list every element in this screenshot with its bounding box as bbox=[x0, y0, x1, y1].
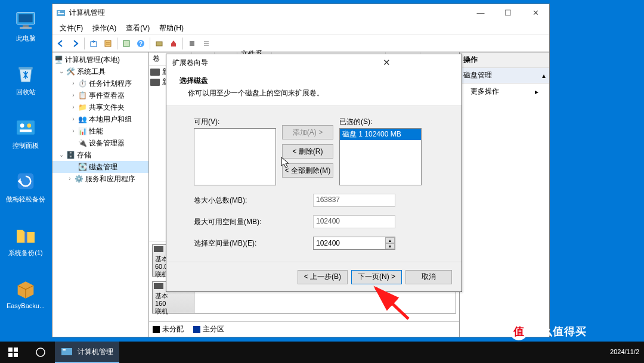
svg-rect-29 bbox=[8, 348, 13, 352]
select-size-label: 选择空间量(MB)(E): bbox=[194, 238, 313, 249]
pc-icon bbox=[14, 8, 38, 32]
menu-help[interactable]: 帮助(H) bbox=[154, 22, 188, 35]
expander-icon[interactable]: ⌄ bbox=[57, 66, 66, 77]
tree-root[interactable]: 🖥️计算机管理(本地) bbox=[52, 54, 148, 66]
svg-rect-16 bbox=[105, 41, 111, 46]
taskbar-app-computer-management[interactable]: 计算机管理 bbox=[55, 342, 119, 363]
taskbar-cortana[interactable] bbox=[26, 342, 55, 363]
taskbar-clock[interactable]: 2024/11/2 bbox=[610, 342, 639, 363]
total-size-value: 163837 bbox=[313, 194, 395, 207]
volume-icon bbox=[150, 79, 160, 86]
desktop-icon-backup-folder[interactable]: 系统备份(1) bbox=[5, 223, 47, 257]
selected-list[interactable]: 磁盘 1 102400 MB bbox=[339, 128, 422, 185]
svg-rect-22 bbox=[156, 42, 162, 46]
svg-point-7 bbox=[27, 123, 32, 128]
back-button[interactable]: < 上一步(B) bbox=[298, 270, 348, 284]
legend-bar: 未分配 主分区 bbox=[149, 321, 459, 337]
actions-group-disk[interactable]: 磁盘管理▴ bbox=[460, 68, 549, 83]
svg-rect-1 bbox=[18, 14, 32, 22]
disk-icon bbox=[154, 246, 163, 252]
tree-device-mgr[interactable]: 🔌设备管理器 bbox=[52, 137, 148, 149]
close-button[interactable]: ✕ bbox=[522, 4, 549, 22]
svg-rect-32 bbox=[14, 353, 18, 357]
toolbar-extra3[interactable] bbox=[185, 37, 199, 50]
desktop-icon-aomei[interactable]: 傲梅轻松备份 bbox=[5, 169, 47, 204]
actions-pane: 操作 磁盘管理▴ 更多操作▸ bbox=[460, 52, 549, 337]
spin-down-button[interactable]: ▼ bbox=[385, 243, 395, 249]
start-button[interactable] bbox=[0, 342, 26, 363]
disk-icon: 💽 bbox=[78, 162, 87, 172]
maximize-button[interactable]: ☐ bbox=[494, 4, 522, 22]
toolbar-back[interactable] bbox=[54, 37, 67, 50]
wizard-titlebar[interactable]: 扩展卷向导 ✕ bbox=[166, 54, 462, 71]
tree-event-viewer[interactable]: ›📋事件查看器 bbox=[52, 89, 148, 101]
zip-folder-icon bbox=[14, 223, 38, 247]
svg-rect-4 bbox=[18, 67, 32, 69]
tree-performance[interactable]: ›📊性能 bbox=[52, 125, 148, 137]
triangle-up-icon: ▴ bbox=[542, 72, 546, 80]
svg-rect-11 bbox=[24, 232, 27, 243]
tree-storage[interactable]: ⌄🗄️存储 bbox=[52, 149, 148, 161]
volume-icon bbox=[150, 69, 160, 76]
desktop-icon-control-panel[interactable]: 控制面板 bbox=[5, 116, 47, 150]
menu-view[interactable]: 查看(V) bbox=[121, 22, 154, 35]
max-size-value: 102400 bbox=[313, 215, 395, 228]
selected-label: 已选的(S): bbox=[339, 117, 422, 127]
tree-pane[interactable]: 🖥️计算机管理(本地) ⌄🛠️系统工具 ›⏱️任务计划程序 ›📋事件查看器 ›📁… bbox=[52, 52, 149, 337]
menu-file[interactable]: 文件(F) bbox=[55, 22, 88, 35]
device-icon: 🔌 bbox=[78, 138, 87, 148]
wizard-header: 选择磁盘 你可以用至少一个磁盘上的空间来扩展卷。 bbox=[166, 71, 462, 106]
svg-rect-34 bbox=[61, 348, 72, 355]
available-list[interactable] bbox=[194, 128, 276, 185]
wizard-body: 可用(V): 添加(A) > < 删除(R) < 全部删除(M) 已选的(S):… bbox=[166, 106, 462, 262]
taskbar[interactable]: 计算机管理 2024/11/2 bbox=[0, 342, 644, 363]
cancel-button[interactable]: 取消 bbox=[405, 270, 452, 284]
toolbar-extra2[interactable] bbox=[167, 37, 180, 50]
tree-systools[interactable]: ⌄🛠️系统工具 bbox=[52, 66, 148, 77]
available-label: 可用(V): bbox=[194, 117, 276, 127]
disk-icon bbox=[154, 283, 163, 289]
spin-up-button[interactable]: ▲ bbox=[385, 237, 395, 243]
remove-all-button[interactable]: < 全部删除(M) bbox=[282, 163, 333, 178]
toolbar-forward[interactable] bbox=[69, 37, 82, 50]
remove-button[interactable]: < 删除(R) bbox=[282, 144, 333, 159]
desktop-icon-this-pc[interactable]: 此电脑 bbox=[5, 8, 47, 43]
select-size-input[interactable] bbox=[313, 237, 395, 250]
toolbar-extra1[interactable] bbox=[153, 37, 166, 50]
app-icon bbox=[56, 8, 66, 18]
aomei-icon bbox=[14, 169, 38, 193]
tree-services[interactable]: ›⚙️服务和应用程序 bbox=[52, 173, 148, 185]
desktop-icon-easybackup[interactable]: EasyBacku... bbox=[5, 277, 47, 309]
toolbar-help[interactable]: ? bbox=[134, 37, 147, 50]
next-button[interactable]: 下一页(N) > bbox=[351, 270, 402, 284]
max-size-label: 最大可用空间量(MB): bbox=[194, 217, 313, 227]
legend-unallocated: 未分配 bbox=[153, 324, 184, 334]
svg-rect-19 bbox=[123, 41, 129, 46]
toolbar-refresh[interactable] bbox=[120, 37, 133, 50]
svg-rect-2 bbox=[23, 25, 29, 27]
titlebar[interactable]: 计算机管理 — ☐ ✕ bbox=[52, 4, 549, 22]
tree-disk-mgmt[interactable]: 💽磁盘管理 bbox=[52, 161, 148, 173]
svg-rect-31 bbox=[8, 353, 13, 357]
svg-rect-13 bbox=[58, 11, 60, 13]
selected-disk-item[interactable]: 磁盘 1 102400 MB bbox=[340, 129, 421, 140]
desktop-icon-recycle-bin[interactable]: 回收站 bbox=[5, 62, 47, 97]
toolbar-list[interactable] bbox=[200, 37, 213, 50]
wizard-title-text: 扩展卷向导 bbox=[172, 58, 315, 68]
tree-users-groups[interactable]: ›👥本地用户和组 bbox=[52, 113, 148, 125]
watermark: 值 什么值得买 bbox=[510, 322, 587, 340]
tools-icon: 🛠️ bbox=[66, 67, 75, 76]
toolbar-props[interactable] bbox=[101, 37, 114, 50]
minimize-button[interactable]: — bbox=[467, 4, 494, 22]
toolbar-up[interactable] bbox=[87, 37, 100, 50]
users-icon: 👥 bbox=[78, 114, 87, 124]
svg-rect-35 bbox=[63, 349, 66, 350]
tree-task-scheduler[interactable]: ›⏱️任务计划程序 bbox=[52, 77, 148, 89]
menu-action[interactable]: 操作(A) bbox=[88, 22, 121, 35]
actions-more[interactable]: 更多操作▸ bbox=[460, 83, 549, 100]
tree-shared-folders[interactable]: ›📁共享文件夹 bbox=[52, 101, 148, 113]
svg-rect-5 bbox=[17, 120, 35, 134]
add-button[interactable]: 添加(A) > bbox=[282, 125, 333, 139]
computer-icon: 🖥️ bbox=[54, 55, 63, 64]
wizard-close-button[interactable]: ✕ bbox=[315, 57, 459, 68]
